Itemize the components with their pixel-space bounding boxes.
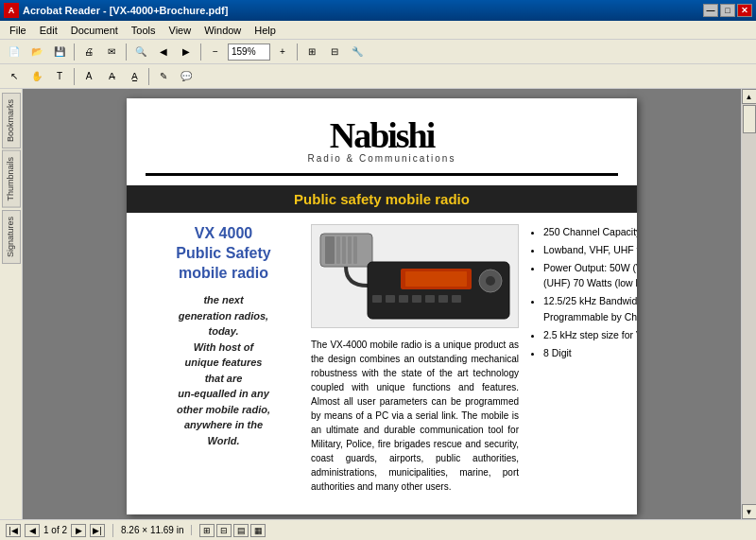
view-buttons: ⊞ ⊟ ▤ ▦ [199, 524, 266, 537]
svg-rect-12 [412, 295, 421, 303]
toolbar-2: ↖ ✋ T A A̶ A̲ ✎ 💬 [0, 64, 756, 89]
next-page-button[interactable]: ▶ [71, 524, 86, 537]
left-column: VX 4000 Public Safety mobile radio the n… [146, 224, 301, 494]
logo-area: Nabishi Radio & Communications [146, 117, 618, 176]
svg-rect-5 [353, 236, 357, 264]
toolbar-1: 📄 📂 💾 🖨 ✉ 🔍 ◀ ▶ − + ⊞ ⊟ 🔧 [0, 40, 756, 64]
bullet-6: 8 Digit [543, 345, 637, 361]
main-area: Bookmarks Thumbnails Signatures Nabishi … [0, 89, 756, 519]
title-bar: A Acrobat Reader - [VX-4000+Brochure.pdf… [0, 0, 756, 21]
tools-button[interactable]: 🔧 [347, 42, 368, 62]
close-button[interactable]: ✕ [737, 4, 752, 17]
right-column: 250 Channel Capacity Lowband, VHF, UHF t… [528, 224, 637, 494]
zoom-input[interactable] [228, 44, 270, 61]
print-button[interactable]: 🖨 [78, 42, 99, 62]
prev-button[interactable]: ◀ [153, 42, 174, 62]
svg-point-17 [486, 276, 495, 286]
svg-rect-8 [405, 271, 467, 287]
logo-name: Nabishi [330, 117, 435, 153]
scroll-thumb[interactable] [743, 105, 756, 133]
search-button[interactable]: 🔍 [130, 42, 151, 62]
hand-tool[interactable]: ✋ [26, 66, 47, 87]
menu-view[interactable]: View [163, 23, 198, 38]
scroll-down-button[interactable]: ▼ [742, 504, 757, 519]
stamp[interactable]: ✎ [153, 66, 174, 87]
bullet-2: Lowband, VHF, UHF to 512 [543, 242, 637, 258]
select-button[interactable]: ↖ [4, 66, 25, 87]
bullet-5: 2.5 kHz step size for VHF [543, 327, 637, 343]
features-list: 250 Channel Capacity Lowband, VHF, UHF t… [528, 224, 637, 360]
view-btn-4[interactable]: ▦ [250, 524, 266, 537]
first-page-button[interactable]: |◀ [6, 524, 21, 537]
bullet-3: Power Output: 50W (VHF), 40W (UHF) 70 Wa… [543, 260, 637, 292]
svg-rect-10 [386, 295, 395, 303]
menu-bar: File Edit Document Tools View Window Hel… [0, 21, 756, 40]
menu-help[interactable]: Help [249, 23, 282, 38]
sidebar-tab-thumbnails[interactable]: Thumbnails [2, 150, 21, 208]
sidebar-tab-bookmarks[interactable]: Bookmarks [2, 93, 21, 148]
svg-rect-13 [425, 295, 435, 303]
email-button[interactable]: ✉ [101, 42, 122, 62]
fit-width-button[interactable]: ⊟ [324, 42, 345, 62]
minimize-button[interactable]: — [703, 4, 718, 17]
separator-3 [200, 44, 201, 61]
svg-rect-4 [348, 236, 352, 264]
zoom-in-button[interactable]: + [272, 42, 293, 62]
separator-2 [126, 44, 127, 61]
product-title: VX 4000 Public Safety mobile radio [146, 224, 301, 283]
sidebar: Bookmarks Thumbnails Signatures [0, 89, 23, 519]
menu-document[interactable]: Document [65, 23, 124, 38]
menu-file[interactable]: File [4, 23, 32, 38]
vertical-scrollbar: ▲ ▼ [741, 89, 756, 519]
maximize-button[interactable]: □ [720, 4, 735, 17]
comment[interactable]: 💬 [176, 66, 197, 87]
fit-page-button[interactable]: ⊞ [301, 42, 322, 62]
separator-6 [148, 68, 149, 85]
status-bar: |◀ ◀ 1 of 2 ▶ ▶| 8.26 × 11.69 in ⊞ ⊟ ▤ ▦ [0, 519, 756, 540]
menu-tools[interactable]: Tools [126, 23, 162, 38]
description-text: the nextgeneration radios,today.With hos… [146, 292, 301, 448]
logo-subtitle: Radio & Communications [308, 153, 456, 164]
prev-page-button[interactable]: ◀ [25, 524, 40, 537]
text-select[interactable]: T [49, 66, 70, 87]
pdf-document: Nabishi Radio & Communications Public sa… [127, 98, 637, 514]
menu-window[interactable]: Window [198, 23, 247, 38]
view-btn-2[interactable]: ⊟ [216, 524, 232, 537]
body-text: The VX-4000 mobile radio is a unique pro… [311, 338, 519, 494]
last-page-button[interactable]: ▶| [90, 524, 105, 537]
nav-segment: |◀ ◀ 1 of 2 ▶ ▶| [6, 524, 113, 537]
app-icon: A [4, 3, 19, 18]
bullet-4: 12.5/25 kHz Bandwidth Programmable by Ch… [543, 293, 637, 325]
view-btn-3[interactable]: ▤ [233, 524, 249, 537]
pdf-viewer[interactable]: Nabishi Radio & Communications Public sa… [23, 89, 741, 519]
zoom-out-button[interactable]: − [205, 42, 226, 62]
content-area: VX 4000 Public Safety mobile radio the n… [146, 224, 618, 494]
svg-rect-2 [336, 236, 340, 264]
next-button[interactable]: ▶ [176, 42, 197, 62]
menu-edit[interactable]: Edit [34, 23, 63, 38]
highlight[interactable]: A [78, 66, 99, 87]
new-button[interactable]: 📄 [4, 42, 25, 62]
middle-column: The VX-4000 mobile radio is a unique pro… [311, 224, 519, 494]
bullet-1: 250 Channel Capacity [543, 224, 637, 240]
dimensions-segment: 8.26 × 11.69 in [121, 525, 192, 535]
svg-rect-15 [452, 295, 461, 303]
header-bar: Public safety mobile radio [127, 185, 637, 213]
page-indicator: 1 of 2 [43, 525, 67, 535]
svg-rect-14 [438, 295, 448, 303]
underline[interactable]: A̲ [124, 66, 145, 87]
radio-image [311, 224, 519, 328]
svg-rect-1 [325, 236, 335, 264]
separator-1 [74, 44, 75, 61]
save-button[interactable]: 💾 [49, 42, 70, 62]
open-button[interactable]: 📂 [26, 42, 47, 62]
window-title: Acrobat Reader - [VX-4000+Brochure.pdf] [23, 5, 228, 16]
separator-4 [297, 44, 298, 61]
separator-5 [74, 68, 75, 85]
svg-rect-3 [342, 236, 346, 264]
scroll-up-button[interactable]: ▲ [742, 89, 757, 104]
sidebar-tab-signatures[interactable]: Signatures [2, 210, 21, 264]
scroll-track[interactable] [742, 104, 757, 504]
view-btn-1[interactable]: ⊞ [199, 524, 215, 537]
strikethrough[interactable]: A̶ [101, 66, 122, 87]
